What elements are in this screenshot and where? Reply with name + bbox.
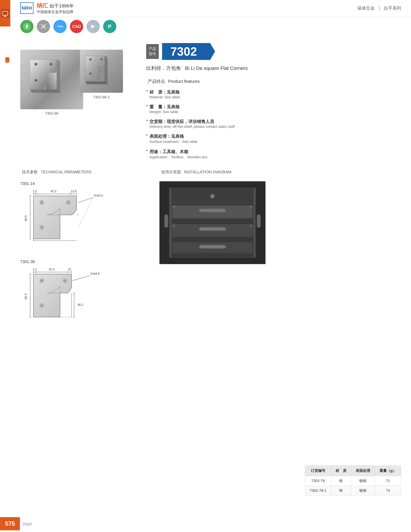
logo-title: 纳汇 始于1996年 [37,2,74,10]
svg-text:1.2: 1.2 [32,190,37,193]
product-info: 产品 型号 7302 比利得．方包角 Bi Li De.square Flat … [146,43,401,164]
table-header-cell: 材 质 [331,466,351,476]
table-cell: 镀铬 [351,476,375,486]
product-image-large: NRH [20,50,83,109]
svg-text:36.2: 36.2 [77,303,83,306]
svg-text:66.5: 66.5 [24,293,28,299]
icon-p[interactable]: P [103,20,116,33]
features-title: 产品特点 Product features [146,78,401,84]
sidebar: 弹簧拉手 [0,0,10,532]
table-header-row: 订货编号材 质表面处理重量（g） [305,466,401,476]
svg-rect-2 [3,16,7,17]
table-header-cell: 表面处理 [351,466,375,476]
table-row: 7302-79-1铁镀铬73 [305,486,401,495]
feature-item: 表面处理：见表格Surface treatment：See table [146,133,401,144]
product-label-large: 7302-66 [20,111,83,115]
tech-section-title: 技术参数 TECHNICAL PARAMETERS [20,169,146,175]
svg-text:NRH: NRH [37,81,42,84]
svg-point-15 [90,59,91,60]
table-cell: 镀铬 [351,486,375,495]
icon-tools[interactable] [37,20,50,33]
svg-point-12 [35,80,37,81]
logo-subtitle: 中国箱体五金开创品牌 [37,10,74,14]
svg-rect-97 [257,214,261,228]
svg-text:12.5: 12.5 [71,190,76,193]
table-cell: 7302-79 [305,476,331,486]
table-section: 订货编号材 质表面处理重量（g） 7302-79铁镀铬717302-79-1铁镀… [159,466,401,495]
product-image-wrapper: NRH 7302-66 [20,50,83,115]
cad-icon[interactable]: CAD [70,20,83,33]
feature-item: 材 质：见表格Material: See table [146,89,401,99]
feature-item: 用途：工具箱、木箱Application：Toolbox、Wooden box [146,149,401,160]
svg-text:10: 10 [68,268,71,271]
table-body: 7302-79铁镀铬717302-79-1铁镀铬73 [305,476,401,495]
svg-point-10 [50,63,51,65]
feature-item: 交货期：现货供应，详洽销售人员Delivery time: off-the-sh… [146,119,401,129]
diagram-7301-14: 7301-14 [20,181,146,249]
features-list: 材 质：见表格Material: See table重 量：见表格Weight:… [146,89,401,160]
data-table: 订货编号材 质表面处理重量（g） 7302-79铁镀铬717302-79-1铁镀… [305,466,401,495]
svg-line-42 [78,198,93,202]
install-section-title: 使用示意图 INSTALLATION DIAGRAM [159,169,401,175]
icon-spring[interactable] [53,20,67,33]
svg-rect-80 [199,209,226,212]
svg-text:1.2: 1.2 [32,268,37,271]
svg-rect-85 [199,227,226,231]
svg-point-53 [41,304,43,306]
icon-arrow[interactable] [87,20,100,33]
svg-point-93 [211,195,214,197]
table-cell: 71 [375,476,401,486]
svg-rect-96 [164,214,168,228]
svg-point-21 [41,201,43,203]
page-number-box: 575 [0,517,20,530]
sidebar-label: 弹簧拉手 [0,53,10,56]
product-model-label: 产品 型号 [146,44,159,59]
logo-text-area: 纳汇 始于1996年 中国箱体五金开创品牌 [37,2,74,14]
icon-eco[interactable] [20,20,33,33]
svg-rect-0 [2,11,8,15]
logo-box: NRH [20,2,33,14]
svg-rect-94 [169,188,171,257]
svg-text:42.3: 42.3 [50,190,56,193]
svg-text:6*ø3.9: 6*ø3.9 [94,194,103,197]
feature-item: 重 量：见表格Weight: See table [146,104,401,114]
svg-rect-90 [199,245,226,248]
table-header-cell: 订货编号 [305,466,331,476]
svg-text:66.5: 66.5 [24,215,28,221]
icon-bar: CAD P [10,17,116,37]
product-model-container: 产品 型号 7302 [146,43,401,60]
install-image [159,181,265,264]
header: NRH 纳汇 始于1996年 中国箱体五金开创品牌 箱体五金 ｜ 拉手系列 [10,0,411,17]
product-image-small: 7302-66-1 [80,50,123,93]
svg-marker-6 [91,25,95,28]
table-cell: 铁 [331,476,351,486]
sidebar-top [0,0,10,27]
svg-point-17 [101,59,102,60]
svg-point-25 [41,226,43,228]
svg-point-51 [64,280,66,282]
table-cell: 7302-79-1 [305,486,331,495]
table-header-cell: 重量（g） [375,466,401,476]
installation-section: 使用示意图 INSTALLATION DIAGRAM [159,169,401,264]
table-cell: 铁 [331,486,351,495]
technical-section: 技术参数 TECHNICAL PARAMETERS 7301-14 [20,169,146,344]
product-label-small: 7302-66-1 [93,95,110,99]
product-images-section: NRH 7302-66 [20,50,133,115]
table-row: 7302-79铁镀铬71 [305,476,401,486]
main-content: NRH 7302-66 [10,37,411,532]
svg-rect-95 [254,188,255,257]
logo-nrh: NRH [21,5,32,11]
logo-area: NRH 纳汇 始于1996年 中国箱体五金开创品牌 [20,2,74,14]
sidebar-icon [1,9,9,17]
product-model-number: 7302 [162,43,215,60]
diagram-7301-30: 7301-30 [20,259,146,334]
page-label: page [22,521,32,526]
svg-text:6*ø3.9: 6*ø3.9 [91,272,99,275]
svg-point-23 [67,201,69,203]
product-name: 比利得．方包角 Bi Li De.square Flat Corners [146,65,401,72]
svg-text:42.3: 42.3 [49,268,55,271]
svg-point-19 [90,73,91,74]
page-number: 575 [5,520,15,527]
table-cell: 73 [375,486,401,495]
svg-point-49 [41,280,43,282]
